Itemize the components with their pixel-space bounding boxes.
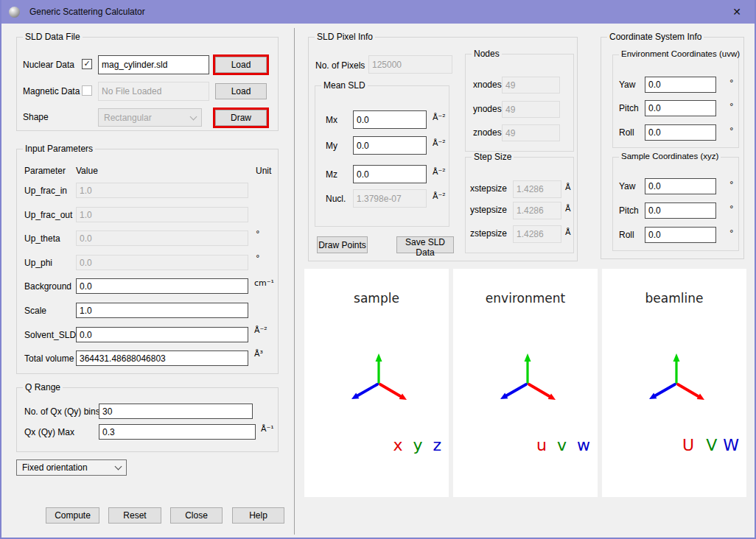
nuclear-file-input[interactable]: [98, 55, 209, 74]
sample-yaw-label: Yaw: [619, 181, 635, 191]
param-unit: Å³: [254, 349, 263, 359]
my-unit: Å⁻²: [433, 138, 446, 148]
axis-label-x: x: [393, 436, 402, 454]
axis-label-v: v: [557, 436, 567, 454]
mean-sld-group: Mean SLD Mx Å⁻² My Å⁻² Mz Å⁻² Nucl. Å⁻²: [315, 85, 449, 227]
environment-coordinates-group: Environment Coordinates (uvw) Yaw ° Pitc…: [612, 54, 739, 148]
env-roll-input[interactable]: [645, 124, 716, 141]
mx-label: Mx: [326, 115, 337, 125]
close-button[interactable]: Close: [170, 507, 223, 524]
help-button[interactable]: Help: [232, 507, 284, 524]
ystepsize-label: ystepsize: [470, 205, 507, 215]
axes-triad-icon: [602, 350, 746, 405]
axis-label-V: V: [706, 436, 717, 454]
param-unit: cm⁻¹: [254, 278, 274, 288]
up-frac-out-input: [76, 207, 248, 222]
sample-pitch-input[interactable]: [645, 202, 716, 219]
save-sld-data-button[interactable]: Save SLD Data: [396, 236, 454, 253]
axes-triad-icon: [304, 350, 449, 405]
panel-title: environment: [453, 291, 598, 306]
ynodes-label: ynodes: [473, 104, 502, 114]
param-label: Solvent_SLD: [24, 330, 76, 340]
mz-label: Mz: [326, 169, 337, 180]
xnodes-input: [502, 77, 560, 94]
scale-input[interactable]: [76, 303, 248, 318]
param-unit: Å⁻²: [254, 325, 267, 335]
axis-label-w: w: [577, 436, 590, 454]
xstepsize-input: [513, 180, 561, 198]
ystepsize-unit: Å: [565, 204, 571, 214]
magnetic-data-checkbox[interactable]: [82, 85, 92, 96]
qmax-unit: Å⁻¹: [261, 424, 274, 434]
nucl-input: [353, 189, 427, 208]
draw-points-button[interactable]: Draw Points: [317, 236, 368, 253]
env-pitch-input[interactable]: [645, 100, 716, 116]
panel-title: beamline: [602, 291, 746, 306]
shape-label: Shape: [23, 112, 49, 122]
my-input[interactable]: [353, 136, 427, 155]
window-close-button[interactable]: ✕: [727, 4, 747, 19]
axis-labels: x y z: [393, 436, 441, 454]
my-label: My: [326, 141, 337, 151]
qmax-label: Qx (Qy) Max: [24, 427, 74, 437]
axis-label-z: z: [433, 436, 441, 454]
nodes-group: Nodes xnodes ynodes znodes: [465, 54, 574, 152]
nucl-unit: Å⁻²: [433, 191, 446, 201]
qmax-input[interactable]: [99, 424, 256, 440]
generic-scattering-calculator-window: Generic Scattering Calculator ✕ SLD Data…: [0, 0, 756, 539]
q-range-group: Q Range No. of Qx (Qy) bins Qx (Qy) Max …: [16, 387, 279, 452]
up-phi-input: [76, 255, 248, 270]
orientation-combobox[interactable]: Fixed orientation: [16, 459, 127, 476]
titlebar: Generic Scattering Calculator ✕: [0, 0, 756, 24]
compute-button[interactable]: Compute: [46, 507, 99, 524]
column-header-unit: Unit: [256, 166, 271, 176]
background-input[interactable]: [76, 278, 248, 294]
param-label: Up_frac_in: [24, 186, 67, 196]
param-label: Total volume: [24, 353, 74, 364]
env-pitch-unit: °: [729, 102, 734, 111]
right-axis-arrow: [380, 384, 402, 397]
magnetic-file-input: [98, 82, 209, 101]
sample-roll-input[interactable]: [645, 227, 716, 243]
group-title: Environment Coordinates (uvw): [619, 49, 742, 58]
env-pitch-label: Pitch: [619, 103, 639, 113]
env-yaw-input[interactable]: [645, 77, 716, 93]
param-label: Scale: [24, 306, 46, 316]
coordinate-system-info-group: Coordinate System Info Environment Coord…: [601, 37, 744, 259]
nucl-label: Nucl.: [326, 194, 346, 204]
sample-yaw-input[interactable]: [645, 178, 716, 194]
qbins-input[interactable]: [99, 404, 253, 419]
load-nuclear-button[interactable]: Load: [215, 57, 267, 73]
no-of-pixels-input: [368, 55, 452, 74]
zstepsize-input: [513, 225, 561, 243]
group-title: Sample Coordinates (xyz): [619, 152, 721, 161]
xstepsize-unit: Å: [565, 183, 571, 192]
shape-combobox: Rectangular: [98, 108, 202, 127]
right-axis-arrow: [529, 384, 550, 397]
up-axis-arrowhead: [525, 353, 531, 362]
nuclear-data-checkbox[interactable]: ✓: [82, 59, 92, 69]
up-axis-arrowhead: [673, 353, 680, 362]
magnetic-data-label: Magnetic Data: [23, 86, 80, 96]
mz-input[interactable]: [353, 165, 427, 183]
param-label: Up_theta: [24, 233, 60, 244]
zstepsize-unit: Å: [565, 228, 571, 237]
step-size-group: Step Size xstepsize Å ystepsize Å zsteps…: [465, 157, 574, 253]
param-unit: °: [256, 253, 260, 263]
sample-pitch-unit: °: [729, 204, 734, 214]
solvent-sld-input[interactable]: [76, 327, 248, 342]
total-volume-input[interactable]: [76, 350, 248, 366]
left-axis-arrow: [505, 384, 526, 396]
axis-label-y: y: [413, 436, 422, 454]
draw-shape-button[interactable]: Draw: [215, 110, 267, 126]
znodes-input: [502, 124, 560, 141]
reset-button[interactable]: Reset: [108, 507, 161, 524]
app-icon: [9, 7, 20, 18]
load-magnetic-button[interactable]: Load: [215, 83, 267, 99]
qbins-label: No. of Qx (Qy) bins: [24, 406, 100, 417]
mx-input[interactable]: [353, 110, 427, 129]
axes-triad-icon: [453, 350, 598, 405]
env-yaw-label: Yaw: [619, 80, 635, 90]
axis-label-W: W: [723, 436, 739, 454]
mz-unit: Å⁻²: [433, 167, 446, 177]
